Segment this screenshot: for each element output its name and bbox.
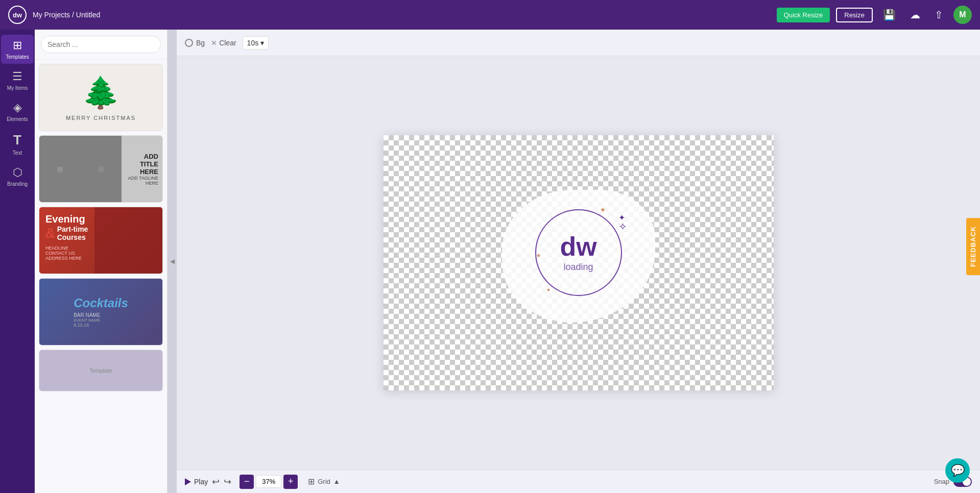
- sidebar-label-templates: Templates: [6, 54, 29, 60]
- templates-panel: 🌲 MERRY CHRISTMAS ▤ ▤ ADDTITLEHERE ADD T…: [35, 30, 168, 493]
- sidebar-label-elements: Elements: [7, 116, 28, 122]
- search-input[interactable]: [41, 36, 161, 53]
- avatar[interactable]: M: [953, 6, 972, 24]
- canvas-area: Bg ✕ Clear 10s ▾: [177, 30, 980, 493]
- radio-circle-icon: [185, 39, 193, 47]
- dw-logo-circle: ★ ✦ ✧ ★ ★ dw loading: [535, 209, 622, 296]
- sidebar-item-templates[interactable]: ⊞ Templates: [1, 35, 34, 64]
- upload-button[interactable]: ☁: [906, 7, 924, 23]
- grid-control[interactable]: ⊞ Grid ▲: [308, 477, 340, 486]
- main-layout: ⊞ Templates ☰ My Items ◈ Elements T Text…: [0, 30, 980, 493]
- time-value: 10s: [247, 39, 259, 47]
- chat-bubble[interactable]: 💬: [945, 458, 970, 483]
- loading-content: ★ ✦ ✧ ★ ★ dw loading: [535, 209, 622, 296]
- star-icon-1: ★: [600, 206, 606, 213]
- chevron-down-icon: ▾: [260, 39, 264, 47]
- sidebar-icons: ⊞ Templates ☰ My Items ◈ Elements T Text…: [0, 30, 35, 493]
- undo-button[interactable]: ↩: [212, 476, 220, 487]
- quick-resize-button[interactable]: Quick Resize: [777, 8, 830, 22]
- grid-label: Grid: [318, 478, 330, 485]
- template-cocktails[interactable]: Cocktails BAR NAME EVENT NAME 8.10.16: [39, 278, 163, 346]
- bg-radio[interactable]: Bg: [185, 39, 205, 47]
- sidebar-item-branding[interactable]: ⬡ Branding: [1, 162, 34, 191]
- star-icon-5: ★: [546, 287, 551, 292]
- sidebar-item-my-items[interactable]: ☰ My Items: [1, 66, 34, 95]
- save-button[interactable]: 💾: [879, 7, 900, 23]
- bottom-toolbar: Play ↩ ↪ − 37% + ⊞ Grid ▲ Snap: [177, 470, 980, 493]
- elements-icon: ◈: [13, 101, 22, 114]
- cocktails-content: Cocktails BAR NAME EVENT NAME 8.10.16: [68, 291, 133, 333]
- loading-overlay: ★ ✦ ✧ ★ ★ dw loading: [384, 135, 774, 390]
- chevron-up-icon: ▲: [333, 478, 340, 485]
- template-fitness[interactable]: ▤ ▤ ADDTITLEHERE ADD TAGLINE HERE: [39, 135, 163, 203]
- chat-icon: 💬: [951, 464, 965, 477]
- christmas-label: MERRY CHRISTMAS: [66, 115, 136, 121]
- template-evening[interactable]: Evening & Part-timeCourses HEADLINE CONT…: [39, 207, 163, 274]
- play-label: Play: [194, 478, 208, 486]
- collapse-handle[interactable]: ◀: [168, 30, 177, 493]
- canvas-viewport[interactable]: ★ ✦ ✧ ★ ★ dw loading: [177, 56, 980, 470]
- header: dw My Projects / Untitled Quick Resize R…: [0, 0, 980, 30]
- zoom-plus-button[interactable]: +: [283, 475, 298, 489]
- snap-label: Snap: [934, 478, 949, 485]
- redo-button[interactable]: ↪: [224, 476, 231, 487]
- breadcrumb: My Projects / Untitled: [33, 11, 100, 19]
- play-icon: [185, 478, 191, 485]
- grid-icon: ⊞: [308, 477, 315, 486]
- search-bar: [35, 30, 167, 60]
- christmas-tree-icon: 🌲: [82, 75, 120, 111]
- sidebar-item-text[interactable]: T Text: [1, 128, 34, 160]
- sidebar-label-branding: Branding: [7, 181, 28, 187]
- bg-label: Bg: [196, 39, 205, 47]
- play-button[interactable]: Play: [185, 478, 208, 486]
- star-icon-3: ✧: [618, 220, 627, 233]
- star-icon-4: ★: [536, 253, 541, 258]
- clear-button[interactable]: ✕ Clear: [211, 39, 236, 47]
- extra-placeholder: Template: [39, 350, 162, 391]
- templates-grid: 🌲 MERRY CHRISTMAS ▤ ▤ ADDTITLEHERE ADD T…: [35, 60, 167, 493]
- zoom-controls: − 37% +: [240, 475, 298, 489]
- feedback-tab[interactable]: FEEDBACK: [966, 218, 980, 275]
- zoom-minus-button[interactable]: −: [240, 475, 254, 489]
- zoom-value[interactable]: 37%: [256, 475, 281, 488]
- fitness-col-1: ▤: [39, 136, 80, 202]
- evening-bg: [94, 207, 162, 274]
- clear-label: Clear: [219, 39, 236, 47]
- resize-button[interactable]: Resize: [836, 8, 873, 22]
- sidebar-item-elements[interactable]: ◈ Elements: [1, 97, 34, 126]
- loading-text: loading: [563, 262, 593, 273]
- template-christmas[interactable]: 🌲 MERRY CHRISTMAS: [39, 64, 163, 131]
- sidebar-label-text: Text: [13, 150, 22, 156]
- x-icon: ✕: [211, 39, 217, 47]
- template-extra[interactable]: Template: [39, 350, 163, 391]
- canvas-toolbar: Bg ✕ Clear 10s ▾: [177, 30, 980, 56]
- fitness-col-3: ADDTITLEHERE ADD TAGLINE HERE: [122, 136, 162, 202]
- dw-letters: dw: [560, 233, 596, 260]
- sidebar-label-my-items: My Items: [7, 85, 28, 91]
- my-items-icon: ☰: [12, 70, 22, 83]
- design-canvas: ★ ✦ ✧ ★ ★ dw loading: [384, 135, 774, 390]
- share-button[interactable]: ⇧: [930, 7, 947, 23]
- templates-icon: ⊞: [13, 39, 22, 52]
- logo[interactable]: dw: [8, 6, 27, 24]
- text-icon: T: [13, 132, 21, 148]
- branding-icon: ⬡: [13, 166, 22, 179]
- fitness-col-2: ▤: [80, 136, 121, 202]
- time-selector[interactable]: 10s ▾: [243, 36, 269, 50]
